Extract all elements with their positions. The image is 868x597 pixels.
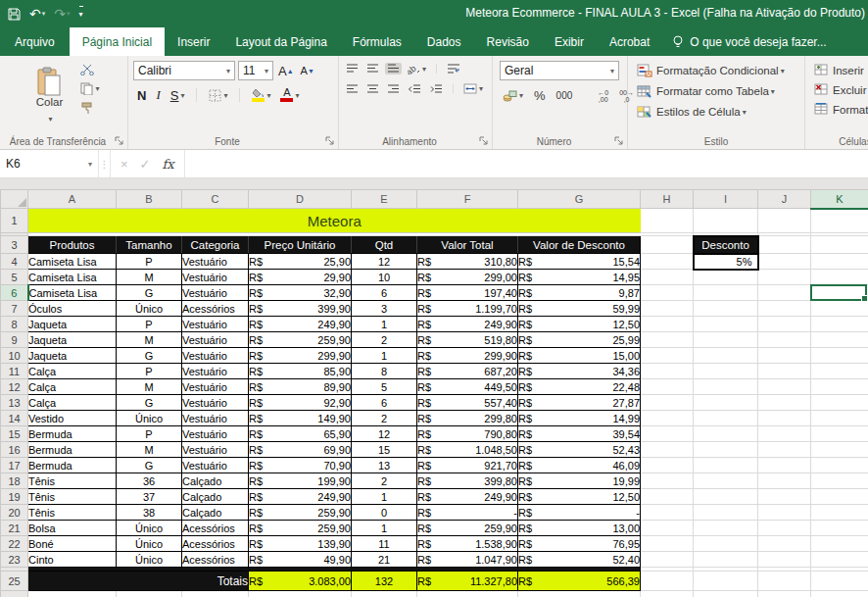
col-header-A[interactable]: A (28, 190, 117, 209)
cell-category[interactable]: Vestuário (182, 379, 249, 395)
cell-discount[interactable]: R$14,95 (518, 270, 641, 285)
tab-arquivo[interactable]: Arquivo (0, 27, 70, 56)
col-header-H[interactable]: H (641, 190, 694, 209)
total-discount-cell[interactable]: R$566,39 (518, 572, 641, 591)
cell-total[interactable]: R$1.047,90 (417, 552, 518, 568)
cell-unit-price[interactable]: R$29,90 (249, 270, 352, 285)
row-header-3[interactable]: 3 (1, 236, 28, 254)
redo-button[interactable]: ↷▾ (54, 7, 70, 21)
cell-col-i[interactable] (694, 379, 758, 395)
cell-col-i[interactable] (694, 442, 758, 458)
cell-size[interactable]: Único (117, 536, 182, 552)
row-header[interactable]: 4 (1, 254, 28, 270)
cell-total[interactable]: R$197,40 (417, 285, 518, 301)
cell-category[interactable]: Vestuário (182, 332, 249, 348)
header-valor-total[interactable]: Valor Total (417, 236, 518, 254)
cell-discount[interactable]: R$13,00 (518, 521, 641, 536)
col-header-F[interactable]: F (417, 190, 518, 209)
copy-button[interactable] (78, 81, 101, 96)
header-produtos[interactable]: Produtos (28, 236, 117, 254)
customize-qat-icon[interactable]: ▾ (79, 6, 83, 22)
cell-total[interactable]: R$399,80 (417, 473, 518, 489)
row-header[interactable]: 13 (1, 395, 28, 411)
cell-product[interactable]: Calça (28, 395, 117, 411)
col-header-J[interactable]: J (758, 190, 811, 209)
cut-button[interactable] (78, 63, 101, 76)
cell-total[interactable]: R$1.199,70 (417, 301, 518, 317)
cell-qty[interactable]: 10 (352, 270, 417, 285)
delete-cells-button[interactable]: Excluir (812, 82, 868, 97)
cell-unit-price[interactable]: R$49,90 (249, 552, 352, 568)
row-header[interactable]: 12 (1, 379, 28, 395)
enter-icon[interactable]: ✓ (140, 157, 151, 172)
alignment-dialog-launcher[interactable] (479, 136, 489, 146)
cell-qty[interactable]: 2 (352, 473, 417, 489)
row-header[interactable]: 16 (1, 442, 28, 458)
cell-product[interactable]: Bermuda (28, 442, 117, 458)
accounting-format-button[interactable] (501, 89, 525, 103)
cell-discount[interactable]: R$- (518, 505, 641, 521)
cell-product[interactable]: Calça (28, 379, 117, 395)
cell-total[interactable]: R$310,80 (417, 254, 518, 270)
cell-qty[interactable]: 5 (352, 379, 417, 395)
cell-col-i[interactable] (694, 301, 758, 317)
col-header-B[interactable]: B (117, 190, 182, 209)
cell-total[interactable]: R$557,40 (417, 395, 518, 411)
tab-formulas[interactable]: Fórmulas (340, 27, 414, 56)
cell-col-i[interactable] (694, 332, 758, 348)
cell-size[interactable]: M (117, 332, 182, 348)
cell-qty[interactable]: 1 (352, 521, 417, 536)
col-header-E[interactable]: E (352, 190, 417, 209)
col-header-C[interactable]: C (182, 190, 249, 209)
row-header[interactable]: 23 (1, 552, 28, 568)
cell-total[interactable]: R$1.538,90 (417, 536, 518, 552)
name-box[interactable]: K6▾ (0, 150, 98, 177)
cell-qty[interactable]: 2 (352, 332, 417, 348)
cell-category[interactable]: Calçado (182, 489, 249, 505)
cell-category[interactable]: Vestuário (182, 426, 249, 442)
cell-discount[interactable]: R$59,99 (518, 301, 641, 317)
total-qty-cell[interactable]: 132 (352, 572, 417, 591)
cell-size[interactable]: P (117, 364, 182, 379)
borders-button[interactable] (207, 88, 229, 103)
undo-button[interactable]: ↶▾ (29, 7, 45, 21)
header-tamanho[interactable]: Tamanho (117, 236, 182, 254)
row-header[interactable]: 17 (1, 458, 28, 473)
select-all-corner[interactable] (1, 190, 28, 209)
cell-size[interactable]: G (117, 458, 182, 473)
cell-col-i[interactable] (694, 348, 758, 364)
col-header-K-selected[interactable]: K (811, 190, 868, 209)
cell-col-i[interactable] (694, 521, 758, 536)
cell-styles-button[interactable]: Estilos de Célula (635, 104, 801, 120)
cell-size[interactable]: M (117, 270, 182, 285)
shrink-font-button[interactable]: A▼ (299, 64, 316, 77)
align-top-button[interactable] (344, 63, 361, 75)
cell-size[interactable]: Único (117, 552, 182, 568)
total-price-cell[interactable]: R$3.083,00 (249, 572, 352, 591)
header-categoria[interactable]: Categoria (182, 236, 249, 254)
cell-product[interactable]: Vestido (28, 411, 117, 426)
cell-qty[interactable]: 2 (352, 411, 417, 426)
cell-qty[interactable]: 6 (352, 395, 417, 411)
cell-unit-price[interactable]: R$25,90 (249, 254, 352, 270)
font-dialog-launcher[interactable] (325, 136, 335, 146)
merge-center-button[interactable] (461, 82, 485, 95)
cell-product[interactable]: Tênis (28, 505, 117, 521)
cell-qty[interactable]: 3 (352, 301, 417, 317)
cell-category[interactable]: Calçado (182, 473, 249, 489)
name-box-dropdown-icon[interactable]: ▾ (88, 160, 92, 169)
cell-qty[interactable]: 11 (352, 536, 417, 552)
cell-qty[interactable]: 0 (352, 505, 417, 521)
cell-col-i[interactable] (694, 270, 758, 285)
cell-size[interactable]: 38 (117, 505, 182, 521)
cell-discount[interactable]: R$15,00 (518, 348, 641, 364)
number-dialog-launcher[interactable] (614, 136, 624, 146)
row-header[interactable]: 19 (1, 489, 28, 505)
cell-total[interactable]: R$299,80 (417, 411, 518, 426)
tab-exibir[interactable]: Exibir (542, 27, 597, 56)
col-header-G[interactable]: G (518, 190, 641, 209)
cell-discount[interactable]: R$34,36 (518, 364, 641, 379)
cell-qty[interactable]: 12 (352, 426, 417, 442)
cell-category[interactable]: Vestuário (182, 348, 249, 364)
font-size-combo[interactable]: 11▾ (238, 61, 273, 80)
